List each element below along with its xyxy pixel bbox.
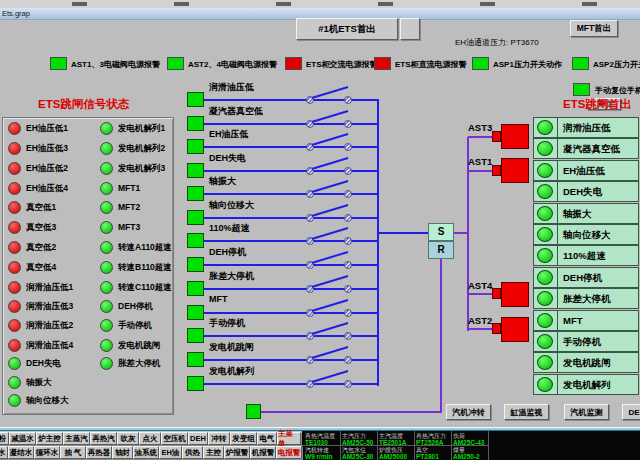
taskbar-button[interactable]: 抽 气 — [60, 446, 86, 459]
taskbar-button[interactable]: 机报警 — [250, 446, 276, 459]
legend-indicator — [50, 57, 67, 70]
first-out-label: 发电机跳闸 — [563, 357, 611, 370]
taskbar-button[interactable]: 再热汽 — [90, 432, 117, 445]
sr-latch-reset: R — [428, 241, 454, 259]
legend-label: ASP2压力开关动作 — [593, 59, 640, 70]
contact-switch-blade — [311, 299, 348, 312]
taskbar-button[interactable]: 主蒸汽 — [63, 432, 90, 445]
mft-firstout-button[interactable]: MFT首出 — [570, 20, 618, 37]
trip-signal-square — [187, 139, 204, 154]
trip-signal-label: MFT — [209, 294, 228, 304]
taskbar-button[interactable]: 吹灰 — [117, 432, 139, 445]
signal-indicator — [100, 122, 113, 135]
signal-indicator — [8, 376, 21, 389]
signal-indicator — [100, 221, 113, 234]
nav-button[interactable]: 缸温监视 — [504, 404, 549, 420]
taskbar-button[interactable]: 冲转 — [208, 432, 230, 445]
nav-button[interactable]: 汽机冲转 — [446, 404, 491, 420]
signal-label: 发电机解列1 — [118, 123, 165, 135]
first-out-indicator — [537, 227, 553, 242]
window-edge-dash — [174, 2, 189, 6]
contact-switch-icon — [344, 261, 352, 269]
legend-label: AST1、3电磁阀电源报警 — [71, 59, 160, 70]
ets-firstout-button[interactable]: #1机ETS首出 — [296, 18, 398, 40]
taskbar-button[interactable]: 炉报警 — [224, 446, 250, 459]
signal-indicator — [100, 162, 113, 175]
taskbar-button[interactable]: 空压机 — [161, 432, 188, 445]
signal-indicator — [100, 182, 113, 195]
ets-firstout-aux-button[interactable] — [400, 18, 420, 40]
taskbar-button[interactable]: 轴封 — [112, 446, 133, 459]
taskbar-button[interactable]: DEH — [188, 432, 208, 445]
signal-indicator — [8, 281, 21, 294]
contact-switch-blade — [311, 322, 348, 335]
nav-button[interactable]: 汽机监测 — [564, 404, 609, 420]
signal-label: DEH停机 — [118, 301, 153, 313]
signal-indicator — [8, 241, 21, 254]
window-edge-dash — [378, 2, 393, 6]
trip-signal-label: 110%超速 — [209, 222, 250, 235]
sr-input-line — [378, 232, 428, 234]
taskbar-button[interactable]: 点火 — [139, 432, 161, 445]
taskbar-button[interactable]: 炉主控 — [36, 432, 63, 445]
taskbar-button[interactable]: 电报警 — [276, 446, 302, 459]
signal-indicator — [8, 221, 21, 234]
taskbar-button[interactable]: 凝结水 — [8, 446, 34, 459]
status-row-divider — [302, 445, 489, 446]
contact-switch-icon — [344, 143, 352, 151]
signal-indicator — [100, 261, 113, 274]
trip-signal-square — [187, 281, 204, 296]
trip-signal-label: 手动停机 — [209, 317, 245, 330]
contact-switch-blade — [311, 180, 348, 193]
taskbar-button[interactable]: 制粉 — [0, 432, 9, 445]
trip-signal-status-title: ETS跳闸信号状态 — [38, 97, 129, 112]
ast-branch-line — [468, 170, 493, 172]
manual-reset-label: 手动复位手柄 — [595, 85, 640, 96]
signal-indicator — [8, 394, 21, 407]
signal-label: 手动停机 — [118, 320, 152, 332]
taskbar-button[interactable]: 发变组 — [230, 432, 257, 445]
first-out-label: 凝汽器真空低 — [563, 143, 620, 156]
first-out-label: EH油压低 — [563, 165, 605, 178]
taskbar-button[interactable]: 油系统 — [133, 446, 159, 459]
first-out-indicator — [537, 377, 553, 392]
signal-indicator — [100, 300, 113, 313]
first-out-label: 110%超速 — [563, 250, 606, 263]
first-out-label: 胀差大停机 — [563, 293, 611, 306]
taskbar-button[interactable]: 减温水 — [9, 432, 36, 445]
contact-switch-icon — [344, 120, 352, 128]
ast-label: AST3 — [468, 122, 492, 133]
first-out-indicator — [537, 334, 553, 349]
taskbar-button[interactable]: 主菜单 — [277, 432, 301, 445]
first-out-indicator — [537, 270, 553, 285]
nav-button[interactable]: DEH — [622, 404, 640, 420]
ast-branch-line — [468, 293, 493, 295]
trip-signal-label: DEH停机 — [209, 246, 246, 259]
first-out-label: MFT — [563, 315, 583, 326]
trip-signal-square — [187, 305, 204, 320]
trip-signal-label: 发电机解列 — [209, 365, 254, 378]
signal-label: 发电机解列2 — [118, 143, 165, 155]
taskbar-button[interactable]: EH油 — [159, 446, 182, 459]
taskbar-button[interactable]: 再热器 — [86, 446, 112, 459]
signal-indicator — [8, 261, 21, 274]
taskbar-button[interactable]: 循环水 — [34, 446, 60, 459]
signal-label: 润滑油压低4 — [26, 340, 73, 352]
ast-label: AST4 — [468, 280, 492, 291]
reset-line-vertical — [440, 259, 442, 412]
taskbar-button[interactable]: 给水 — [0, 446, 8, 459]
signal-label: 轴振大 — [26, 377, 52, 389]
first-out-label: 轴向位移大 — [563, 229, 611, 242]
signal-indicator — [100, 319, 113, 332]
trip-firstout-title: ETS跳闸首出 — [563, 97, 631, 112]
taskbar-button[interactable]: 主控 — [203, 446, 224, 459]
legend-indicator — [374, 57, 391, 70]
first-out-label: 发电机解列 — [563, 379, 611, 392]
taskbar-button[interactable]: 供热 — [182, 446, 203, 459]
taskbar-button[interactable]: 电气 — [257, 432, 277, 445]
trip-signal-square — [187, 163, 204, 178]
signal-label: 发电机解列3 — [118, 163, 165, 175]
window-edge-dash — [276, 2, 291, 6]
ast-branch-line — [468, 136, 493, 138]
signal-label: 真空低1 — [26, 202, 56, 214]
